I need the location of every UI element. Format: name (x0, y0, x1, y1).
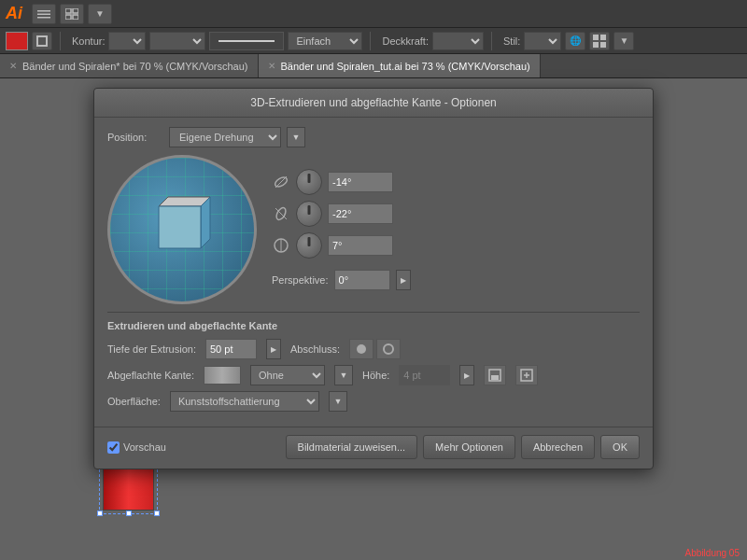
svg-rect-1 (37, 13, 50, 15)
svg-rect-0 (37, 10, 50, 12)
stroke-preview (209, 32, 284, 50)
rot-x-input[interactable] (328, 172, 393, 192)
rot-y-input[interactable] (328, 203, 393, 224)
btn-abbrechen[interactable]: Abbrechen (521, 435, 595, 459)
kontur-label: Kontur: (72, 35, 105, 47)
divider-2 (370, 32, 371, 50)
extrusion-section-label: Extrudieren und abgeflachte Kante (107, 320, 640, 331)
tab-1-close[interactable]: ✕ (9, 61, 17, 71)
position-dropdown-arrow[interactable]: ▼ (287, 127, 305, 147)
cap-btn-2[interactable] (376, 339, 401, 359)
tabs-bar: ✕ Bänder und Spiralen* bei 70 % (CMYK/Vo… (0, 54, 747, 78)
rot-y-icon (272, 205, 290, 222)
stroke-line (218, 40, 275, 42)
perspective-input[interactable] (334, 270, 390, 290)
rot-x-icon (272, 174, 290, 190)
hoehe-input[interactable] (399, 365, 450, 385)
hoehe-arrow[interactable]: ▶ (459, 365, 474, 385)
position-select[interactable]: Eigene Drehung (169, 127, 281, 147)
svg-point-23 (384, 344, 393, 354)
rot-y-dial[interactable] (296, 201, 322, 227)
rot-z-dial[interactable] (296, 232, 322, 259)
grid-view-btn[interactable] (589, 32, 610, 50)
deckkraft-select[interactable] (432, 32, 484, 50)
dialog-overlay: 3D-Extrudieren und abgeflachte Kante - O… (0, 78, 747, 560)
svg-rect-9 (600, 35, 606, 40)
tab-1[interactable]: ✕ Bänder und Spiralen* bei 70 % (CMYK/Vo… (0, 54, 259, 77)
cube-svg (140, 188, 224, 272)
cap-buttons (349, 339, 401, 359)
rot-z-icon (272, 237, 290, 254)
menu-icon-btn-2[interactable] (60, 4, 84, 24)
cube-preview (107, 155, 257, 304)
btn-bildmaterial[interactable]: Bildmaterial zuweisen... (286, 435, 418, 459)
save-bevel-btn-2[interactable] (515, 365, 538, 385)
extrusion-row-1: Tiefe der Extrusion: ▶ Abschluss: (107, 339, 640, 359)
svg-rect-7 (37, 36, 47, 46)
bevel-arrow[interactable]: ▼ (334, 365, 353, 385)
rot-row-z (272, 232, 640, 259)
tiefe-arrow[interactable]: ▶ (266, 339, 281, 359)
rot-z-input[interactable] (328, 235, 393, 256)
dialog-3d-extrude: 3D-Extrudieren und abgeflachte Kante - O… (93, 88, 654, 469)
divider-1 (60, 32, 61, 50)
dialog-title-bar: 3D-Extrudieren und abgeflachte Kante - O… (94, 89, 653, 118)
hoehe-label: Höhe: (362, 370, 389, 381)
cap-btn-1[interactable] (349, 339, 374, 359)
stil-label: Stil: (503, 35, 520, 47)
preview-check[interactable] (107, 441, 120, 454)
svg-rect-10 (593, 42, 599, 48)
rot-row-x (272, 169, 640, 195)
main-area: 3D-Extrudieren und abgeflachte Kante - O… (0, 78, 747, 560)
extra-btn[interactable]: ▼ (613, 32, 634, 50)
perspective-row: Perspektive: ▶ (272, 270, 640, 290)
bevel-swatch (204, 366, 241, 385)
stroke-style-select[interactable]: Einfach (288, 32, 362, 50)
app-logo: Ai (6, 4, 22, 23)
svg-point-22 (357, 344, 366, 354)
perspective-label: Perspektive: (272, 274, 329, 286)
dialog-title: 3D-Extrudieren und abgeflachte Kante - O… (250, 96, 497, 109)
tab-1-label: Bänder und Spiralen* bei 70 % (CMYK/Vors… (22, 61, 248, 72)
surface-arrow[interactable]: ▼ (329, 391, 347, 412)
surface-select[interactable]: Kunststoffschattierung (170, 391, 319, 412)
bevel-select[interactable]: Ohne (250, 365, 325, 385)
rotation-controls: Perspektive: ▶ (272, 155, 640, 304)
tab-2[interactable]: ✕ Bänder und Spiralen_tut.ai bei 73 % (C… (259, 54, 541, 77)
position-label: Position: (107, 132, 163, 143)
position-row: Position: Eigene Drehung ▼ (107, 127, 640, 147)
tab-2-label: Bänder und Spiralen_tut.ai bei 73 % (CMY… (281, 61, 530, 72)
extrusion-row-2: Abgeflachte Kante: Ohne ▼ Höhe: ▶ (107, 365, 640, 385)
menu-icon-btn-1[interactable] (32, 4, 56, 24)
svg-rect-8 (593, 35, 599, 40)
rot-row-y (272, 201, 640, 227)
fill-swatch[interactable] (6, 32, 28, 50)
preview-checkbox: Vorschau (107, 441, 166, 454)
svg-marker-14 (201, 197, 210, 248)
kontur-select[interactable] (108, 32, 146, 50)
oberflaeche-label: Oberfläche: (107, 396, 161, 407)
menu-bar: Ai ▼ (0, 0, 747, 28)
rot-x-dial[interactable] (296, 169, 322, 195)
save-bevel-btn-1[interactable] (484, 365, 506, 385)
globe-icon-btn[interactable]: 🌐 (565, 32, 585, 50)
tab-2-close[interactable]: ✕ (268, 61, 275, 71)
stroke-icon-btn[interactable] (32, 32, 52, 50)
svg-rect-6 (73, 15, 78, 20)
oberflaeche-row: Oberfläche: Kunststoffschattierung ▼ (107, 391, 640, 412)
btn-ok[interactable]: OK (600, 435, 640, 459)
svg-rect-2 (37, 17, 50, 19)
deckkraft-label: Deckkraft: (382, 35, 429, 47)
tiefe-label: Tiefe der Extrusion: (107, 343, 196, 355)
tiefe-input[interactable] (205, 339, 257, 359)
svg-rect-11 (600, 42, 606, 48)
stil-select[interactable] (524, 32, 561, 50)
abgeflachte-label: Abgeflachte Kante: (107, 370, 194, 381)
stroke-weight-select[interactable] (149, 32, 205, 50)
preview-label: Vorschau (123, 441, 166, 453)
caption: Abbildung 05 (685, 548, 740, 558)
svg-marker-15 (159, 206, 201, 248)
menu-icon-btn-3[interactable]: ▼ (88, 4, 112, 24)
perspective-arrow[interactable]: ▶ (396, 270, 411, 290)
btn-mehr[interactable]: Mehr Optionen (423, 435, 515, 459)
